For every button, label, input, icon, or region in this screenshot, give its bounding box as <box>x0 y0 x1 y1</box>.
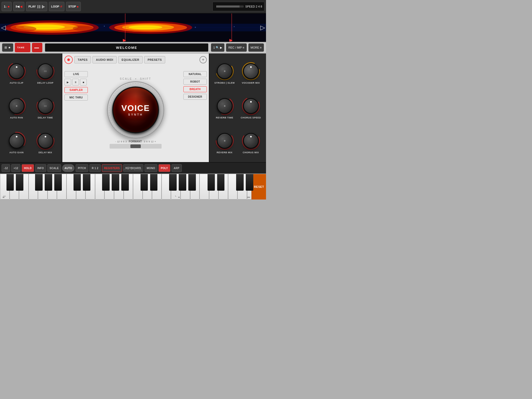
black-key-ds1[interactable] <box>16 174 23 191</box>
natural-btn[interactable]: NATURAL <box>183 71 207 77</box>
second-toolbar: ⊞ ★ TAME ▬▬ WELCOME 1 🔍 ▶ REC / IMP ≡ MO… <box>0 42 266 54</box>
waveform-arrow-left[interactable]: ◁ <box>1 24 6 31</box>
red-btn2[interactable]: ▬▬ <box>32 43 42 52</box>
waveform-arrow-right[interactable]: ▷ <box>260 24 265 31</box>
reset-btn[interactable]: RESET <box>251 174 266 200</box>
poly-btn[interactable]: POLY <box>158 164 170 172</box>
auto-pan-label: AUTO PAN <box>10 116 23 119</box>
strobo-slew-knob[interactable] <box>215 62 234 81</box>
scale-shift-label: SCALE • SHIFT <box>120 77 151 80</box>
black-key-gs3[interactable] <box>179 174 186 191</box>
voice-main: LIVE ▶ ⏸ ■ SAMPLER MIC THRU SCALE • SHIF… <box>64 66 207 160</box>
chorus-mix-knob[interactable] <box>242 131 260 150</box>
play-button[interactable]: PLAY ▐▐ ▐▶ <box>26 2 47 11</box>
left-panel: AUTO CLIP ∞ DELAY LOOP AUTO PAN <box>0 54 62 162</box>
svg-rect-15 <box>234 26 235 27</box>
chorus-speed-knob[interactable] <box>242 97 260 115</box>
black-key-ds3[interactable] <box>150 174 158 191</box>
play-transport[interactable]: ▶ <box>64 79 71 85</box>
registers-btn[interactable]: REGISTERS <box>102 164 122 172</box>
chorus-speed-group: CHORUS SPEED <box>239 97 263 119</box>
pause-transport[interactable]: ⏸ <box>72 79 79 85</box>
reverb-mix-knob[interactable] <box>215 131 234 150</box>
hold-btn[interactable]: HOLD <box>22 164 34 172</box>
step-btn[interactable]: II◀ ◀ <box>13 2 24 11</box>
stop-button[interactable]: STOP ■ <box>66 2 81 11</box>
reverb-mix-group: REVERB MIX <box>212 131 237 154</box>
black-key-fs2[interactable] <box>102 174 110 191</box>
tab-presets[interactable]: PRESETS <box>144 56 165 63</box>
big-knob-inner[interactable]: VOICE SYNTH <box>112 87 159 133</box>
black-key-cs1[interactable] <box>6 174 14 191</box>
formant-slider-thumb[interactable] <box>130 144 141 148</box>
mic-thru-btn[interactable]: MIC THRU <box>64 95 88 101</box>
black-key-ds2[interactable] <box>83 174 90 191</box>
black-key-as1[interactable] <box>54 174 62 191</box>
tab-audio-midi[interactable]: AUDIO MIDI <box>92 56 117 63</box>
r12-btn[interactable]: R 1 2 <box>89 164 101 172</box>
preset-btn[interactable]: 1 🔍 ▶ <box>211 43 224 52</box>
stop-transport[interactable]: ■ <box>80 79 87 85</box>
voice-controls-right: NATURAL ROBOT BREATH DESIGNER <box>183 66 207 160</box>
black-key-as3[interactable] <box>188 174 196 191</box>
speed-display: SPEED 2 4 8 <box>212 2 264 11</box>
black-key-fs3[interactable] <box>169 174 177 191</box>
waveform-marker-right[interactable] <box>231 14 232 42</box>
grid-btn[interactable]: ⊞ ★ <box>2 43 13 52</box>
black-key-fs4[interactable] <box>236 174 244 191</box>
black-key-cs2[interactable] <box>74 174 81 191</box>
auto-clip-knob[interactable] <box>7 62 26 81</box>
mono-btn[interactable]: MONO <box>144 164 157 172</box>
pitch-btn[interactable]: PITCH <box>76 164 89 172</box>
tab-add-btn[interactable]: + <box>200 56 207 63</box>
waveform-section[interactable]: ◁ ▷ <box>0 14 266 42</box>
black-key-as2[interactable] <box>121 174 129 191</box>
black-key-gs4[interactable] <box>246 174 253 191</box>
more-button[interactable]: MORE ≡ <box>248 43 264 52</box>
big-knob[interactable]: VOICE SYNTH <box>107 81 164 138</box>
black-key-gs2[interactable] <box>112 174 119 191</box>
tab-tapes[interactable]: TAPES <box>74 56 91 63</box>
auto-pan-group: AUTO PAN <box>3 97 30 119</box>
minus-12-btn[interactable]: -12 <box>2 164 10 172</box>
auto-gain-label: AUTO GAIN <box>9 151 24 154</box>
delay-loop-knob[interactable]: ∞ <box>36 62 55 81</box>
black-key-cs3[interactable] <box>141 174 148 191</box>
formant-slider[interactable] <box>110 144 162 149</box>
delay-time-knob[interactable]: ∞ <box>36 97 55 115</box>
waveform-svg <box>0 14 266 42</box>
tame-btn[interactable]: TAME <box>15 43 30 52</box>
delay-mix-label: DELAY MIX <box>38 151 52 154</box>
loop-button[interactable]: LOOP ↺ <box>49 2 64 11</box>
black-key-fs1[interactable] <box>35 174 43 191</box>
breath-btn[interactable]: BREATH <box>183 86 207 92</box>
live-btn[interactable]: LIVE <box>64 71 88 77</box>
scale-btn[interactable]: SCALE <box>47 164 61 172</box>
info-btn[interactable]: INFO <box>35 164 46 172</box>
delay-mix-group: DELAY MIX <box>32 131 59 154</box>
robot-btn[interactable]: ROBOT <box>183 79 207 85</box>
chorus-mix-label: CHORUS MIX <box>243 151 259 154</box>
voice-controls-left: LIVE ▶ ⏸ ■ SAMPLER MIC THRU <box>64 66 88 160</box>
record-indicator[interactable] <box>64 56 73 64</box>
delay-time-group: ∞ DELAY TIME <box>32 97 59 119</box>
auto-pan-knob[interactable] <box>7 97 26 115</box>
vocoder-mix-knob[interactable] <box>242 62 260 81</box>
record-btn[interactable]: 1↓ ■ <box>2 2 12 11</box>
sampler-btn[interactable]: SAMPLER <box>64 87 88 93</box>
designer-btn[interactable]: DESIGNER <box>183 94 207 100</box>
reverb-time-knob[interactable] <box>215 97 234 115</box>
auto-clip-group: AUTO CLIP <box>3 62 30 84</box>
waveform-marker-left[interactable] <box>125 14 125 42</box>
plus-12-btn[interactable]: +12 <box>11 164 21 172</box>
arp-btn[interactable]: ARP <box>171 164 182 172</box>
delay-mix-knob[interactable] <box>36 131 55 150</box>
tab-equalizer[interactable]: EQUALIZER <box>118 56 143 63</box>
rec-imp-button[interactable]: REC / IMP ≡ <box>226 43 247 52</box>
big-knob-area: SCALE • SHIFT VOICE SYNTH <box>90 66 181 160</box>
auto-gain-knob[interactable] <box>7 131 26 150</box>
black-key-ds4[interactable] <box>217 174 225 191</box>
auto-btn[interactable]: AUTO <box>62 164 74 172</box>
black-key-cs4[interactable] <box>208 174 215 191</box>
black-key-gs1[interactable] <box>45 174 52 191</box>
